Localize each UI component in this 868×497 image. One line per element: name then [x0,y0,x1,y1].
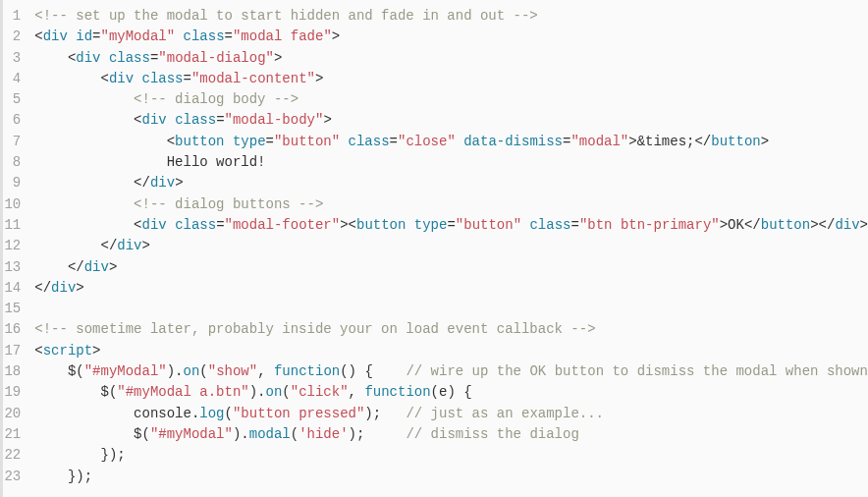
line-number: 20 [3,404,21,424]
line-number: 3 [3,48,21,69]
code-line: </div> [34,257,868,278]
line-number: 9 [3,173,21,193]
code-line [34,299,868,319]
line-number: 5 [3,89,21,110]
line-number: 10 [3,194,21,215]
line-number: 17 [3,341,21,361]
line-number: 14 [3,278,21,299]
line-number: 23 [3,467,21,487]
code-line: }); [34,467,868,487]
code-line: <button type="button" class="close" data… [34,132,868,152]
code-line: console.log("button pressed"); // just a… [34,404,868,424]
code-line: </div> [34,173,868,193]
code-block: 1234567891011121314151617181920212223 <!… [0,0,868,497]
code-content[interactable]: <!-- set up the modal to start hidden an… [34,6,868,497]
code-line: <div class="modal-dialog"> [34,48,868,69]
code-line: $("#myModal").on("show", function() { //… [34,361,868,382]
line-number: 13 [3,257,21,278]
code-line: <div class="modal-footer"><button type="… [34,215,868,236]
line-number: 6 [3,110,21,131]
line-number: 19 [3,382,21,403]
code-line: <div class="modal-body"> [34,110,868,131]
line-number: 1 [3,6,21,27]
code-line: </div> [34,278,868,299]
code-line: <div class="modal-content"> [34,69,868,89]
code-line: $("#myModal a.btn").on("click", function… [34,382,868,403]
code-line: <script> [34,341,868,361]
code-line: }); [34,445,868,466]
line-number: 16 [3,319,21,340]
line-number: 2 [3,27,21,47]
line-number-gutter: 1234567891011121314151617181920212223 [3,6,34,497]
line-number: 12 [3,236,21,256]
line-number: 7 [3,132,21,152]
code-line: Hello world! [34,152,868,173]
code-line: <!-- sometime later, probably inside you… [34,319,868,340]
code-line: </div> [34,236,868,256]
code-line: $("#myModal").modal('hide'); // dismiss … [34,424,868,445]
line-number: 22 [3,445,21,466]
line-number: 15 [3,299,21,319]
line-number: 8 [3,152,21,173]
line-number: 21 [3,424,21,445]
line-number: 4 [3,69,21,89]
code-line: <!-- set up the modal to start hidden an… [34,6,868,27]
line-number: 11 [3,215,21,236]
line-number: 18 [3,361,21,382]
code-line: <!-- dialog buttons --> [34,194,868,215]
code-line: <div id="myModal" class="modal fade"> [34,27,868,47]
code-line: <!-- dialog body --> [34,89,868,110]
